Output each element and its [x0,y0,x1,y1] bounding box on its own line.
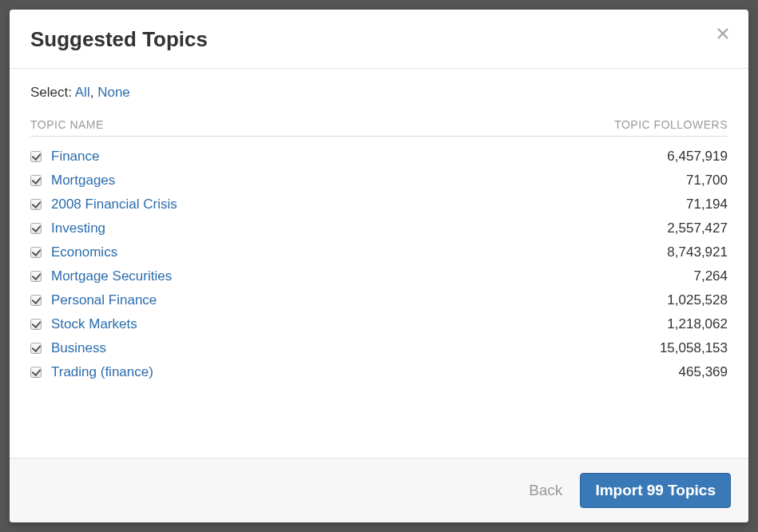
topic-followers: 8,743,921 [632,244,728,260]
topic-followers: 71,700 [632,173,728,189]
import-button[interactable]: Import 99 Topics [580,473,731,508]
topic-followers: 1,025,528 [632,292,728,308]
topic-followers: 6,457,919 [632,149,728,165]
select-separator: , [90,85,94,100]
topic-followers: 2,557,427 [632,220,728,236]
topic-followers: 465,369 [632,364,728,380]
modal-footer: Back Import 99 Topics [10,458,748,522]
topic-row: Stock Markets1,218,062 [30,312,728,336]
topic-name-link[interactable]: Personal Finance [51,292,632,308]
topic-name-link[interactable]: Business [51,340,632,356]
topic-checkbox[interactable] [30,295,42,306]
topic-name-link[interactable]: Finance [51,149,632,165]
select-row: Select: All, None [30,85,728,101]
topic-followers: 15,058,153 [632,340,728,356]
topic-name-link[interactable]: Economics [51,244,632,260]
close-button[interactable] [713,24,732,43]
topic-checkbox[interactable] [30,175,42,186]
close-icon [716,26,730,41]
topic-checkbox[interactable] [30,271,42,282]
select-none-link[interactable]: None [97,85,130,100]
topic-row: Personal Finance1,025,528 [30,288,728,312]
topic-name-link[interactable]: Trading (finance) [51,364,632,380]
topic-row: Economics8,743,921 [30,240,728,264]
select-label: Select: [30,85,72,100]
topic-followers: 71,194 [632,197,728,212]
suggested-topics-modal: Suggested Topics Select: All, None TOPIC… [10,10,748,522]
topic-checkbox[interactable] [30,343,42,354]
topic-name-link[interactable]: Mortgages [51,173,632,189]
topic-row: Mortgages71,700 [30,169,728,193]
topic-followers: 1,218,062 [632,316,728,332]
topic-name-link[interactable]: Mortgage Securities [51,268,632,284]
topic-row: Investing2,557,427 [30,216,728,240]
topic-row: Business15,058,153 [30,336,728,360]
topic-row: 2008 Financial Crisis71,194 [30,193,728,216]
topic-followers: 7,264 [632,268,728,284]
table-header: TOPIC NAME TOPIC FOLLOWERS [30,118,728,137]
topic-checkbox[interactable] [30,247,42,258]
topic-row: Mortgage Securities7,264 [30,264,728,288]
topic-name-link[interactable]: 2008 Financial Crisis [51,197,632,212]
topic-name-link[interactable]: Stock Markets [51,316,632,332]
topic-row: Finance6,457,919 [30,145,728,169]
topic-checkbox[interactable] [30,223,42,234]
back-button[interactable]: Back [526,477,566,504]
select-all-link[interactable]: All [75,85,90,100]
topic-checkbox[interactable] [30,151,42,162]
topic-name-link[interactable]: Investing [51,220,632,236]
modal-body: Select: All, None TOPIC NAME TOPIC FOLLO… [10,69,748,458]
topic-checkbox[interactable] [30,367,42,378]
topic-checkbox[interactable] [30,199,42,210]
topic-row: Trading (finance)465,369 [30,360,728,384]
topic-list: Finance6,457,919Mortgages71,7002008 Fina… [30,145,728,384]
topic-checkbox[interactable] [30,319,42,330]
modal-header: Suggested Topics [10,10,748,69]
column-header-followers: TOPIC FOLLOWERS [614,118,728,131]
column-header-name: TOPIC NAME [30,118,104,131]
modal-title: Suggested Topics [30,27,728,52]
